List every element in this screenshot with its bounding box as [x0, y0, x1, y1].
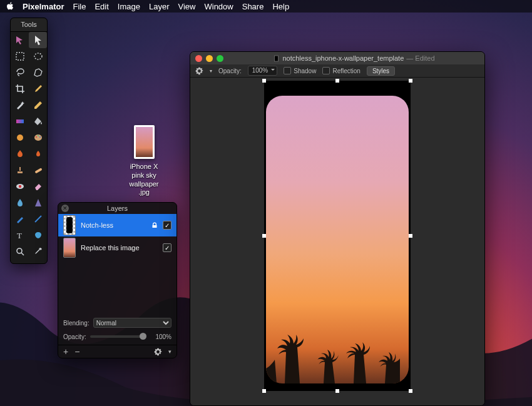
selection-handle[interactable]: [262, 389, 266, 393]
svg-point-6: [38, 135, 39, 136]
sharpen-tool-icon[interactable]: [29, 195, 47, 211]
layer-row[interactable]: Notch-less ✓: [58, 214, 176, 236]
lasso-tool-icon[interactable]: [11, 64, 29, 81]
burn-tool-icon[interactable]: [11, 146, 29, 162]
blending-select[interactable]: Normal: [93, 318, 171, 328]
tools-grid: T: [11, 32, 47, 260]
menu-app-name[interactable]: Pixelmator: [23, 2, 64, 11]
pointer-tool-icon[interactable]: [29, 32, 47, 48]
tools-panel-title: Tools: [11, 18, 47, 32]
svg-point-3: [17, 134, 23, 141]
layers-footer: + − ▾: [58, 345, 176, 358]
lock-icon: [151, 222, 158, 228]
shadow-checkbox[interactable]: Shadow: [284, 67, 316, 74]
opacity-slider[interactable]: [90, 335, 146, 338]
magic-wand-tool-icon[interactable]: [11, 97, 29, 113]
pencil-tool-icon[interactable]: [29, 97, 47, 113]
paint-tool-icon[interactable]: [29, 129, 47, 146]
menu-share[interactable]: Share: [242, 2, 264, 11]
artboard-image: [266, 96, 409, 383]
close-window-button[interactable]: [195, 55, 202, 62]
apple-logo-icon[interactable]: [6, 2, 14, 11]
file-thumbnail: [134, 125, 155, 159]
tools-panel: Tools T: [10, 18, 48, 264]
minimize-window-button[interactable]: [206, 55, 213, 62]
selection-handle[interactable]: [409, 389, 412, 393]
visibility-checkbox[interactable]: ✓: [163, 243, 171, 252]
rect-select-tool-icon[interactable]: [11, 48, 29, 64]
selection-handle[interactable]: [262, 79, 266, 83]
warp-tool-icon[interactable]: [11, 129, 29, 146]
layer-thumbnail: [63, 215, 76, 235]
document-title: notchless_iphone-x-wallpaper_template: [282, 54, 404, 62]
titlebar[interactable]: notchless_iphone-x-wallpaper_template — …: [190, 52, 484, 64]
svg-point-7: [39, 136, 41, 138]
add-layer-icon[interactable]: +: [63, 347, 68, 357]
menu-help[interactable]: Help: [272, 2, 289, 11]
styles-button[interactable]: Styles: [367, 66, 395, 76]
zoom-window-button[interactable]: [217, 55, 223, 62]
layers-panel: ✕ Layers Notch-less ✓ Replace this image…: [58, 202, 177, 358]
gradient-tool-icon[interactable]: [11, 113, 29, 129]
polygon-lasso-tool-icon[interactable]: [29, 64, 47, 81]
opacity-label: Opacity:: [218, 68, 242, 74]
svg-point-13: [17, 248, 22, 253]
selection-handle[interactable]: [335, 389, 339, 393]
gear-icon[interactable]: [195, 67, 203, 75]
line-tool-icon[interactable]: [29, 211, 47, 227]
opacity-dropdown[interactable]: 100%: [248, 66, 278, 76]
layers-header[interactable]: ✕ Layers: [58, 203, 176, 214]
move-tool-icon[interactable]: [11, 32, 29, 48]
clone-stamp-tool-icon[interactable]: [11, 162, 29, 178]
opacity-value: 100%: [150, 333, 171, 340]
svg-point-10: [18, 185, 21, 188]
heal-tool-icon[interactable]: [29, 162, 47, 178]
menu-bar: Pixelmator File Edit Image Layer View Wi…: [0, 0, 532, 13]
remove-layer-icon[interactable]: −: [74, 347, 79, 357]
selection-handle[interactable]: [409, 79, 412, 83]
document-window: notchless_iphone-x-wallpaper_template — …: [190, 51, 485, 406]
menu-layer[interactable]: Layer: [149, 2, 170, 11]
selection-handle[interactable]: [335, 79, 339, 83]
canvas[interactable]: [190, 78, 484, 405]
close-icon[interactable]: ✕: [61, 205, 69, 212]
svg-point-5: [36, 136, 37, 138]
menu-edit[interactable]: Edit: [95, 2, 108, 11]
menu-window[interactable]: Window: [204, 2, 233, 11]
eraser-tool-icon[interactable]: [29, 178, 47, 195]
zoom-tool-icon[interactable]: [11, 243, 29, 260]
menu-image[interactable]: Image: [118, 2, 140, 11]
selection-handle[interactable]: [409, 234, 412, 238]
brush-tool-icon[interactable]: [11, 211, 29, 227]
eyedropper-tool-icon[interactable]: [29, 243, 47, 260]
selection-handle[interactable]: [262, 234, 266, 238]
desktop-file[interactable]: iPhone X pink sky wallpaper .jpg: [125, 125, 163, 197]
artboard[interactable]: [264, 81, 411, 391]
svg-line-11: [35, 216, 41, 222]
reflection-checkbox[interactable]: Reflection: [322, 67, 360, 74]
dodge-tool-icon[interactable]: [29, 146, 47, 162]
crop-tool-icon[interactable]: [11, 81, 29, 97]
svg-text:T: T: [17, 231, 22, 240]
traffic-lights: [195, 55, 223, 62]
red-eye-tool-icon[interactable]: [11, 178, 29, 195]
pen-tool-icon[interactable]: [29, 81, 47, 97]
layer-thumbnail: [63, 238, 76, 258]
layer-row[interactable]: Replace this image ✓: [58, 236, 176, 259]
palm-silhouettes: [266, 308, 409, 383]
chevron-down-icon[interactable]: ▾: [210, 68, 212, 74]
visibility-checkbox[interactable]: ✓: [163, 221, 171, 230]
chevron-down-icon[interactable]: ▾: [168, 348, 171, 355]
menu-view[interactable]: View: [178, 2, 196, 11]
svg-rect-16: [275, 56, 279, 61]
bucket-tool-icon[interactable]: [29, 113, 47, 129]
shape-tool-icon[interactable]: [29, 227, 47, 243]
gear-icon[interactable]: [154, 348, 162, 356]
text-tool-icon[interactable]: T: [11, 227, 29, 243]
ellipse-select-tool-icon[interactable]: [29, 48, 47, 64]
blur-tool-icon[interactable]: [11, 195, 29, 211]
opacity-label: Opacity:: [63, 333, 86, 340]
layers-controls: Blending: Normal Opacity: 100%: [58, 313, 176, 345]
menu-file[interactable]: File: [73, 2, 86, 11]
layers-title: Layers: [107, 205, 128, 212]
